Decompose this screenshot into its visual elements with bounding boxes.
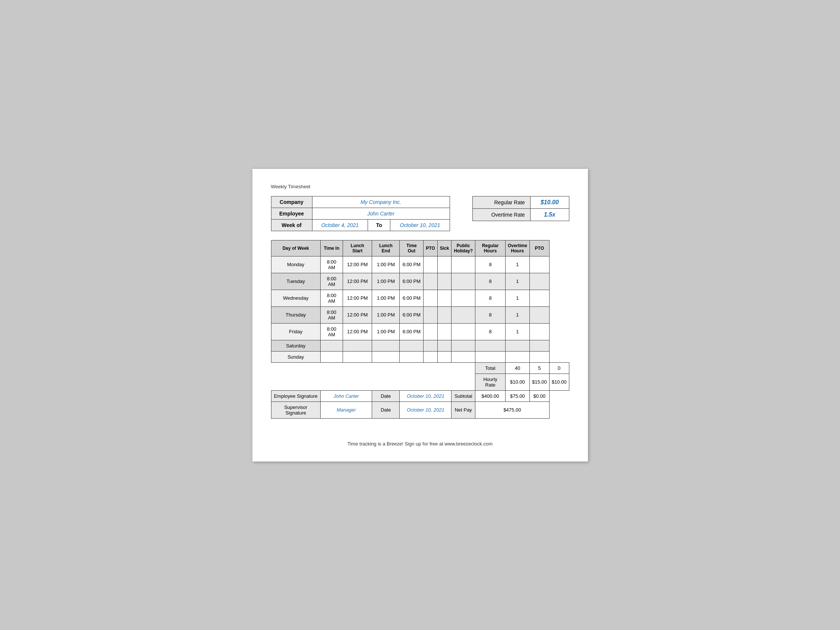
page: Weekly Timesheet Company My Company Inc.…: [253, 169, 588, 461]
table-cell: 8: [475, 256, 505, 273]
table-cell: [475, 351, 505, 362]
table-cell: [423, 256, 437, 273]
table-cell: [529, 290, 549, 306]
table-cell: 6:00 PM: [399, 306, 423, 323]
table-cell: [423, 340, 437, 351]
table-cell: [423, 290, 437, 306]
col-lunch-start: Lunch Start: [343, 240, 372, 256]
table-row: Thursday8:00 AM12:00 PM1:00 PM6:00 PM81: [271, 306, 569, 323]
to-label: To: [368, 219, 390, 231]
table-cell: [437, 351, 452, 362]
table-cell: 1: [505, 273, 529, 290]
table-cell: [423, 273, 437, 290]
table-cell: [452, 306, 475, 323]
table-cell: 6:00 PM: [399, 290, 423, 306]
table-cell: 1:00 PM: [372, 273, 399, 290]
col-time-out: Time Out: [399, 240, 423, 256]
table-cell: [529, 323, 549, 340]
table-cell: 12:00 PM: [343, 290, 372, 306]
info-table: Company My Company Inc. Employee John Ca…: [271, 196, 450, 231]
table-cell: [529, 273, 549, 290]
table-cell: 6:00 PM: [399, 323, 423, 340]
total-overtime: 5: [529, 362, 549, 374]
top-section: Company My Company Inc. Employee John Ca…: [271, 196, 569, 231]
table-cell: 6:00 PM: [399, 256, 423, 273]
employee-value: John Carter: [312, 208, 450, 219]
sig-date-label2: Date: [372, 401, 399, 418]
table-cell: [372, 351, 399, 362]
rate-table: Regular Rate $10.00 Overtime Rate 1.5x: [472, 196, 569, 221]
col-time-in: Time In: [320, 240, 343, 256]
table-row: Friday8:00 AM12:00 PM1:00 PM6:00 PM81: [271, 323, 569, 340]
table-row: Sunday: [271, 351, 569, 362]
company-label: Company: [271, 196, 312, 208]
supervisor-date-value: October 10, 2021: [399, 401, 452, 418]
sig-subtotal-row: Employee Signature John Carter Date Octo…: [271, 390, 569, 401]
table-cell: 1: [505, 323, 529, 340]
table-cell: [437, 273, 452, 290]
table-cell: 8: [475, 290, 505, 306]
table-cell: [437, 340, 452, 351]
employee-sig-label: Employee Signature: [271, 390, 320, 401]
hourly-pto: $10.00: [549, 374, 569, 390]
table-cell: [529, 340, 549, 351]
employee-label: Employee: [271, 208, 312, 219]
table-cell: 12:00 PM: [343, 306, 372, 323]
table-cell: 6:00 PM: [399, 273, 423, 290]
regular-rate-value: $10.00: [530, 196, 569, 208]
col-overtime-hours: OvertimeHours: [505, 240, 529, 256]
net-pay-value: $475.00: [475, 401, 549, 418]
table-cell: [529, 351, 549, 362]
table-cell: 8:00 AM: [320, 323, 343, 340]
table-cell: [437, 290, 452, 306]
table-cell: [423, 323, 437, 340]
table-cell: Monday: [271, 256, 320, 273]
table-cell: [320, 351, 343, 362]
table-cell: 8:00 AM: [320, 256, 343, 273]
col-day: Day of Week: [271, 240, 320, 256]
overtime-rate-value: 1.5x: [530, 208, 569, 221]
table-cell: [529, 306, 549, 323]
table-cell: 8:00 AM: [320, 306, 343, 323]
table-cell: [343, 351, 372, 362]
table-cell: [452, 273, 475, 290]
table-cell: [452, 351, 475, 362]
table-cell: [452, 340, 475, 351]
table-cell: 8:00 AM: [320, 273, 343, 290]
company-value: My Company Inc.: [312, 196, 450, 208]
net-pay-label: Net Pay: [452, 401, 475, 418]
table-cell: [452, 323, 475, 340]
table-row: Tuesday8:00 AM12:00 PM1:00 PM6:00 PM81: [271, 273, 569, 290]
overtime-rate-label: Overtime Rate: [472, 208, 530, 221]
col-regular-hours: RegularHours: [475, 240, 505, 256]
subtotal-label: Subtotal: [452, 390, 475, 401]
table-cell: [505, 351, 529, 362]
total-label: Total: [475, 362, 505, 374]
employee-sig-value: John Carter: [320, 390, 372, 401]
week-start: October 4, 2021: [312, 219, 368, 231]
table-cell: 8: [475, 273, 505, 290]
table-cell: [343, 340, 372, 351]
table-row: Saturday: [271, 340, 569, 351]
table-cell: [423, 351, 437, 362]
sig-date-label1: Date: [372, 390, 399, 401]
hourly-regular: $10.00: [505, 374, 529, 390]
table-cell: [399, 340, 423, 351]
table-cell: 1:00 PM: [372, 323, 399, 340]
total-pto: 0: [549, 362, 569, 374]
table-cell: Thursday: [271, 306, 320, 323]
col-sick: Sick: [437, 240, 452, 256]
table-cell: Saturday: [271, 340, 320, 351]
table-cell: 1: [505, 290, 529, 306]
week-end: October 10, 2021: [390, 219, 450, 231]
table-cell: 1:00 PM: [372, 306, 399, 323]
regular-rate-label: Regular Rate: [472, 196, 530, 208]
col-pto2: PTO: [529, 240, 549, 256]
hourly-overtime: $15.00: [529, 374, 549, 390]
table-cell: [399, 351, 423, 362]
subtotal-overtime: $75.00: [505, 390, 529, 401]
supervisor-sig-label: Supervisor Signature: [271, 401, 320, 418]
main-timesheet-table: Day of Week Time In Lunch Start Lunch En…: [271, 240, 569, 418]
table-cell: Wednesday: [271, 290, 320, 306]
total-regular: 40: [505, 362, 529, 374]
